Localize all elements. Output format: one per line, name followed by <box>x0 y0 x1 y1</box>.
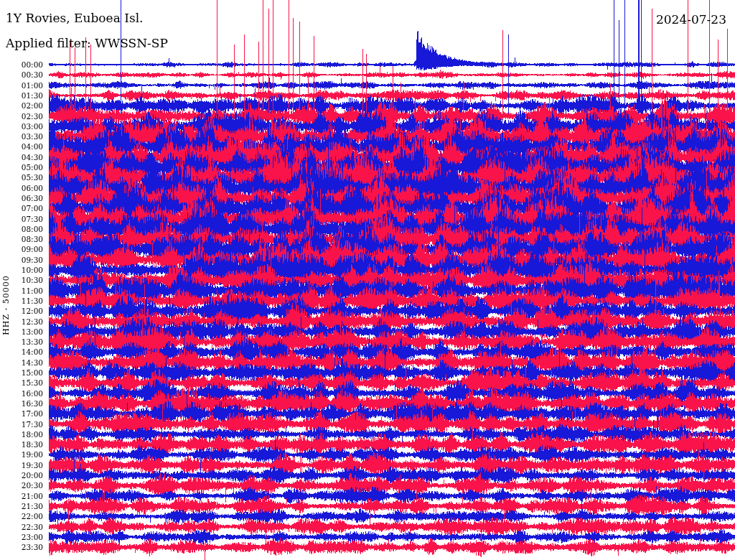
time-label: 22:00 <box>0 512 43 521</box>
time-label: 00:00 <box>0 60 43 69</box>
time-label: 20:30 <box>0 481 43 490</box>
time-label: 23:30 <box>0 543 43 551</box>
time-label: 09:30 <box>0 256 43 264</box>
time-label: 20:00 <box>0 471 43 480</box>
time-label: 07:00 <box>0 204 43 213</box>
time-label: 14:30 <box>0 358 43 367</box>
time-label: 03:30 <box>0 132 43 141</box>
time-label: 16:00 <box>0 389 43 398</box>
time-label: 08:30 <box>0 235 43 243</box>
time-label: 04:30 <box>0 153 43 162</box>
time-label: 21:30 <box>0 502 43 510</box>
time-label: 11:00 <box>0 286 43 295</box>
time-label: 19:30 <box>0 461 43 470</box>
time-label: 12:30 <box>0 317 43 326</box>
time-label: 15:30 <box>0 378 43 387</box>
time-label: 06:30 <box>0 194 43 202</box>
time-label: 01:30 <box>0 91 43 100</box>
time-label: 04:00 <box>0 142 43 151</box>
helicorder-canvas <box>0 0 735 560</box>
time-label: 02:30 <box>0 112 43 121</box>
time-label: 05:00 <box>0 163 43 172</box>
time-label: 01:00 <box>0 81 43 90</box>
time-label: 08:00 <box>0 225 43 233</box>
time-label: 17:00 <box>0 409 43 418</box>
time-label: 10:00 <box>0 266 43 274</box>
time-label: 00:30 <box>0 70 43 79</box>
time-label: 03:00 <box>0 122 43 131</box>
time-label: 12:00 <box>0 307 43 315</box>
time-label: 13:30 <box>0 337 43 346</box>
time-label: 11:30 <box>0 297 43 305</box>
time-label: 09:00 <box>0 245 43 253</box>
time-label: 17:30 <box>0 420 43 429</box>
time-label: 21:00 <box>0 492 43 500</box>
time-labels-column: 00:0000:3001:0001:3002:0002:3003:0003:30… <box>0 0 45 560</box>
time-label: 13:00 <box>0 327 43 336</box>
time-label: 10:30 <box>0 276 43 284</box>
time-label: 14:00 <box>0 347 43 356</box>
time-label: 05:30 <box>0 173 43 182</box>
time-label: 18:30 <box>0 440 43 449</box>
time-label: 15:00 <box>0 368 43 377</box>
time-label: 23:00 <box>0 533 43 541</box>
date-label: 2024-07-23 <box>656 12 726 27</box>
time-label: 06:00 <box>0 184 43 192</box>
time-label: 02:00 <box>0 101 43 110</box>
time-label: 19:00 <box>0 450 43 459</box>
time-label: 07:30 <box>0 215 43 223</box>
time-label: 18:00 <box>0 430 43 439</box>
time-label: 22:30 <box>0 523 43 531</box>
time-label: 16:30 <box>0 399 43 408</box>
